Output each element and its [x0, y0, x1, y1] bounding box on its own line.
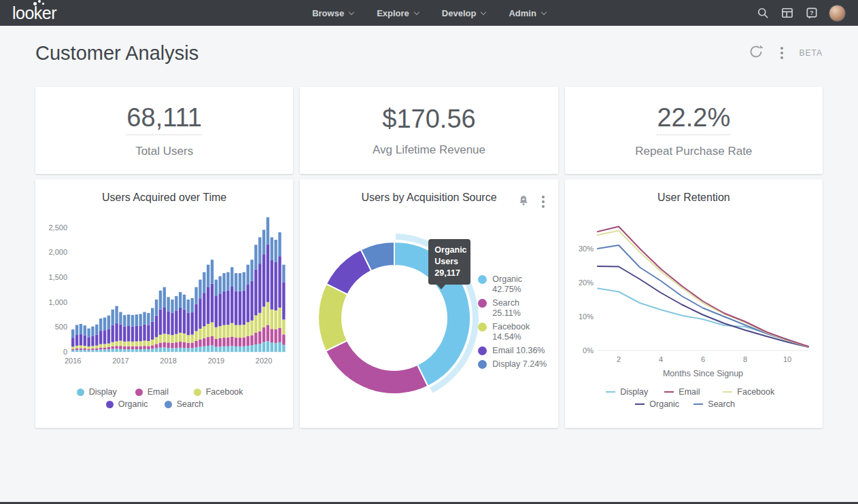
bar-chart-legend: Display Email Facebook Organic Search — [73, 386, 256, 410]
svg-text:500: 500 — [54, 323, 67, 331]
svg-text:4: 4 — [659, 355, 663, 363]
donut-legend-item[interactable]: Facebook14.54% — [478, 322, 547, 342]
kpi-label: Repeat Purchase Rate — [635, 145, 752, 158]
donut-tooltip: Organic Users 29,117 — [428, 239, 470, 285]
chart-title: User Retention — [565, 192, 823, 204]
svg-text:2016: 2016 — [65, 357, 81, 365]
search-icon[interactable] — [755, 5, 770, 20]
nav-item-browse[interactable]: Browse — [312, 8, 354, 18]
user-retention-chart-svg[interactable]: 0%10%20%30%246810Months Since Signup — [565, 206, 822, 384]
kpi-card-repeat-purchase-rate: 22.2% Repeat Purchase Rate — [565, 87, 823, 174]
logo-bubble — [33, 2, 37, 5]
legend-swatch — [664, 391, 674, 393]
legend-item[interactable]: Facebook — [723, 387, 781, 397]
nav-menu: Browse Explore Develop Admin — [0, 8, 858, 18]
legend-item[interactable]: Display — [606, 387, 664, 397]
legend-dot — [478, 275, 487, 284]
svg-text:0: 0 — [63, 348, 67, 356]
donut-legend: Organic42.75% Search25.11% Facebook14.54… — [478, 274, 547, 373]
window-icon[interactable] — [780, 5, 795, 20]
kpi-value[interactable]: 68,111 — [126, 103, 202, 135]
beta-badge: BETA — [800, 48, 823, 58]
users-acquired-chart-svg[interactable]: 05001,0001,5002,0002,5002016201720182019… — [36, 206, 293, 384]
svg-text:2017: 2017 — [112, 357, 128, 365]
kpi-label: Total Users — [135, 145, 193, 158]
nav-item-explore[interactable]: Explore — [377, 8, 419, 18]
chevron-down-icon — [541, 9, 547, 14]
legend-swatch — [723, 391, 732, 393]
legend-swatch — [606, 391, 615, 393]
svg-text:30%: 30% — [579, 245, 594, 253]
chart-title: Users Acquired over Time — [35, 192, 293, 204]
legend-item[interactable]: Organic — [635, 399, 693, 409]
chevron-down-icon — [481, 9, 486, 14]
svg-text:10: 10 — [783, 355, 791, 363]
svg-text:0%: 0% — [583, 346, 594, 355]
legend-item[interactable]: Display — [77, 387, 135, 397]
svg-text:+: + — [521, 196, 525, 202]
kpi-row: 68,111 Total Users $170.56 Avg Lifetime … — [0, 87, 858, 174]
svg-text:Months Since Signup: Months Since Signup — [663, 369, 743, 378]
svg-text:6: 6 — [701, 355, 705, 363]
legend-swatch — [106, 401, 114, 408]
svg-text:2,500: 2,500 — [48, 223, 67, 232]
logo-bubble — [42, 3, 44, 5]
legend-dot — [478, 360, 487, 369]
user-avatar[interactable] — [829, 5, 846, 22]
svg-text:20%: 20% — [579, 278, 594, 287]
donut-legend-item[interactable]: Organic42.75% — [478, 274, 547, 295]
legend-item[interactable]: Search — [165, 399, 223, 409]
dashboard-header: Customer Analysis BETA — [0, 26, 858, 80]
user-retention-chart-card: User Retention 0%10%20%30%246810Months S… — [565, 179, 823, 428]
svg-text:8: 8 — [743, 355, 747, 363]
legend-swatch — [635, 403, 645, 406]
top-nav: looker Browse Explore Develop Admin ? — [0, 0, 858, 26]
legend-item[interactable]: Facebook — [194, 387, 252, 397]
users-acquired-chart-card: Users Acquired over Time 05001,0001,5002… — [35, 179, 293, 428]
help-icon[interactable]: ? — [804, 5, 819, 20]
kpi-value[interactable]: 22.2% — [657, 103, 730, 135]
svg-text:2: 2 — [617, 355, 621, 363]
donut-legend-item[interactable]: Display 7.24% — [478, 359, 547, 370]
svg-text:2,000: 2,000 — [48, 248, 67, 256]
legend-swatch — [693, 403, 703, 406]
svg-text:1,000: 1,000 — [48, 298, 67, 306]
legend-item[interactable]: Organic — [106, 399, 165, 409]
donut-legend-item[interactable]: Email 10.36% — [478, 346, 547, 356]
nav-item-admin[interactable]: Admin — [509, 8, 545, 18]
line-chart-legend: Display Email Facebook Organic Search — [602, 386, 785, 410]
legend-item[interactable]: Email — [135, 387, 194, 397]
chart-row: Users Acquired over Time 05001,0001,5002… — [0, 179, 858, 428]
legend-dot — [478, 346, 487, 355]
legend-item[interactable]: Email — [664, 387, 723, 397]
svg-text:1,500: 1,500 — [48, 273, 67, 281]
chevron-down-icon — [414, 9, 419, 14]
legend-swatch — [194, 389, 201, 396]
refresh-icon[interactable] — [748, 43, 764, 62]
svg-text:2018: 2018 — [160, 357, 176, 365]
legend-dot — [478, 323, 487, 331]
logo-bubble — [38, 0, 41, 3]
legend-swatch — [165, 401, 172, 408]
acquisition-source-chart-card: Users by Acquisition Source + Organic42.… — [300, 179, 557, 428]
donut-legend-item[interactable]: Search25.11% — [478, 298, 547, 319]
svg-text:?: ? — [810, 10, 813, 16]
legend-swatch — [135, 389, 143, 396]
chevron-down-icon — [349, 9, 354, 14]
kpi-value[interactable]: $170.56 — [382, 105, 475, 134]
legend-swatch — [77, 389, 84, 396]
legend-item[interactable]: Search — [693, 399, 752, 409]
nav-item-develop[interactable]: Develop — [442, 8, 486, 18]
svg-text:10%: 10% — [579, 312, 594, 321]
kpi-label: Avg Lifetime Revenue — [373, 143, 485, 157]
svg-text:2020: 2020 — [256, 357, 272, 365]
page-title: Customer Analysis — [35, 42, 199, 65]
kebab-menu-icon[interactable] — [778, 44, 786, 62]
legend-dot — [478, 299, 487, 308]
kpi-card-total-users: 68,111 Total Users — [35, 87, 293, 174]
kpi-card-avg-lifetime-revenue: $170.56 Avg Lifetime Revenue — [300, 87, 557, 174]
svg-text:2019: 2019 — [207, 357, 224, 365]
